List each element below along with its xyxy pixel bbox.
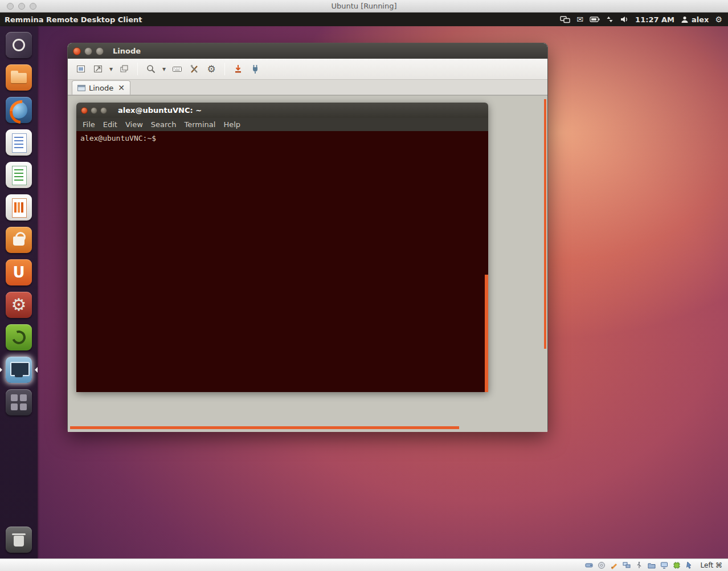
display-icon[interactable] bbox=[660, 561, 669, 569]
remmina-minimize-button[interactable] bbox=[84, 47, 92, 55]
remote-display-icon bbox=[77, 85, 85, 91]
running-pip-icon bbox=[0, 368, 5, 372]
user-name: alex bbox=[692, 15, 709, 24]
terminal-titlebar[interactable]: alex@ubuntuVNC: ~ bbox=[76, 103, 488, 118]
launcher-item-trash[interactable] bbox=[0, 523, 38, 556]
launcher-item-libreoffice-impress[interactable] bbox=[0, 191, 38, 223]
scale-menu-icon[interactable]: ▾ bbox=[108, 62, 114, 76]
terminal-maximize-button[interactable] bbox=[100, 107, 107, 114]
launcher-item-dash-home[interactable] bbox=[0, 28, 38, 61]
software-center-icon bbox=[6, 227, 32, 253]
libreoffice-impress-icon bbox=[6, 194, 32, 221]
remmina-tab-bar: Linode ✕ bbox=[68, 80, 547, 95]
usb-icon[interactable] bbox=[635, 561, 644, 569]
user-menu[interactable]: alex bbox=[681, 15, 709, 24]
plug-icon[interactable] bbox=[248, 62, 263, 76]
trash-icon bbox=[6, 527, 32, 553]
unity-launcher bbox=[0, 26, 38, 558]
terminal-prompt: alex@ubuntuVNC:~$ bbox=[80, 134, 156, 142]
shared-folders-icon[interactable] bbox=[648, 561, 656, 569]
home-folder-icon bbox=[6, 64, 32, 91]
vbox-status-bar: Left ⌘ bbox=[0, 558, 728, 571]
remmina-toolbar: ▾▾⚙ bbox=[68, 59, 547, 80]
keyboard-icon[interactable] bbox=[170, 62, 185, 76]
vm-minimize-button[interactable] bbox=[18, 3, 25, 10]
hard-disks-icon[interactable] bbox=[585, 561, 594, 569]
mail-icon[interactable]: ✉ bbox=[576, 15, 583, 24]
vm-window-controls bbox=[7, 3, 36, 10]
terminal-menu-file[interactable]: File bbox=[79, 120, 99, 129]
ubuntu-one-icon bbox=[6, 259, 32, 286]
launcher-item-ubuntu-one[interactable] bbox=[0, 256, 38, 288]
remmina-maximize-button[interactable] bbox=[96, 47, 104, 55]
screen: { "vm_window": { "title": "Ubuntu [Runni… bbox=[0, 0, 728, 571]
remmina-window: Linode ▾▾⚙ Linode ✕ alex@ubuntuVNC: ~ Fi… bbox=[67, 43, 548, 431]
vm-close-button[interactable] bbox=[7, 3, 14, 10]
vm-zoom-button[interactable] bbox=[30, 3, 36, 10]
terminal-screen[interactable]: alex@ubuntuVNC:~$ bbox=[76, 131, 488, 392]
libreoffice-writer-icon bbox=[6, 129, 32, 156]
input-switcher-icon[interactable] bbox=[606, 15, 614, 24]
network-icon[interactable] bbox=[623, 561, 631, 569]
toolbar-separator bbox=[224, 63, 225, 75]
features-icon[interactable] bbox=[673, 561, 681, 569]
tab-close-icon[interactable]: ✕ bbox=[118, 84, 125, 92]
terminal-scrollbar[interactable] bbox=[485, 275, 488, 392]
remote-edge-strip-right bbox=[544, 99, 546, 349]
tools-icon[interactable] bbox=[187, 62, 202, 76]
battery-icon[interactable] bbox=[590, 15, 600, 24]
terminal-menu-search[interactable]: Search bbox=[147, 120, 181, 129]
launcher-item-libreoffice-writer[interactable] bbox=[0, 126, 38, 158]
remote-session-view[interactable]: alex@ubuntuVNC: ~ FileEditViewSearchTerm… bbox=[68, 95, 547, 432]
clock-indicator[interactable]: 11:27 AM bbox=[635, 15, 674, 24]
launcher-item-libreoffice-calc[interactable] bbox=[0, 158, 38, 191]
launcher-item-home-folder[interactable] bbox=[0, 61, 38, 93]
dash-home-icon bbox=[6, 32, 32, 58]
settings-icon[interactable]: ⚙ bbox=[204, 62, 219, 76]
launcher-item-software-updater[interactable] bbox=[0, 321, 38, 353]
fullscreen-icon[interactable] bbox=[73, 62, 88, 76]
launcher-item-system-settings[interactable] bbox=[0, 288, 38, 321]
network-monitors-icon[interactable] bbox=[560, 15, 570, 24]
mouse-integration-icon[interactable] bbox=[685, 561, 694, 569]
terminal-close-button[interactable] bbox=[81, 107, 88, 114]
launcher-item-workspace-switcher[interactable] bbox=[0, 386, 38, 418]
terminal-menu-terminal[interactable]: Terminal bbox=[180, 120, 219, 129]
launcher-item-remmina[interactable] bbox=[0, 353, 38, 386]
session-menu-gear-icon[interactable]: ⚙ bbox=[715, 15, 722, 24]
duplicate-icon[interactable] bbox=[117, 62, 132, 76]
remmina-window-title: Linode bbox=[113, 47, 141, 55]
remmina-close-button[interactable] bbox=[73, 47, 81, 55]
tab-label: Linode bbox=[89, 84, 113, 92]
vm-titlebar: Ubuntu [Running] bbox=[0, 0, 728, 13]
firefox-icon bbox=[6, 97, 32, 123]
launcher-item-software-center[interactable] bbox=[0, 223, 38, 256]
terminal-menu-edit[interactable]: Edit bbox=[99, 120, 121, 129]
terminal-menu-help[interactable]: Help bbox=[219, 120, 244, 129]
zoom-menu-icon[interactable]: ▾ bbox=[161, 62, 167, 76]
vbox-status-icons bbox=[585, 561, 694, 569]
volume-icon[interactable] bbox=[620, 15, 629, 24]
software-updater-icon bbox=[6, 324, 32, 350]
launcher-item-firefox[interactable] bbox=[0, 93, 38, 126]
system-settings-icon bbox=[6, 292, 32, 318]
panel-indicators: ✉ 11:27 AM alex ⚙ bbox=[560, 15, 728, 24]
remmina-titlebar[interactable]: Linode bbox=[68, 43, 547, 59]
video-capture-icon[interactable] bbox=[610, 561, 619, 569]
focused-arrow-icon bbox=[32, 367, 38, 373]
remote-edge-strip-bottom bbox=[70, 426, 459, 429]
workspace-switcher-icon bbox=[6, 389, 32, 415]
host-key-label: Left ⌘ bbox=[701, 561, 722, 569]
remmina-icon bbox=[6, 357, 32, 383]
terminal-menubar: FileEditViewSearchTerminalHelp bbox=[76, 118, 488, 131]
ubuntu-top-panel: Remmina Remote Desktop Client ✉ 11:27 AM… bbox=[0, 13, 728, 26]
disconnect-icon[interactable] bbox=[231, 62, 246, 76]
terminal-minimize-button[interactable] bbox=[91, 107, 97, 114]
remmina-tab-linode[interactable]: Linode ✕ bbox=[72, 80, 130, 95]
scale-icon[interactable] bbox=[91, 62, 105, 76]
active-app-title[interactable]: Remmina Remote Desktop Client bbox=[5, 15, 142, 24]
desktop-wallpaper: Linode ▾▾⚙ Linode ✕ alex@ubuntuVNC: ~ Fi… bbox=[0, 26, 728, 558]
terminal-menu-view[interactable]: View bbox=[121, 120, 147, 129]
optical-drives-icon[interactable] bbox=[598, 561, 606, 569]
zoom-icon[interactable] bbox=[144, 62, 158, 76]
